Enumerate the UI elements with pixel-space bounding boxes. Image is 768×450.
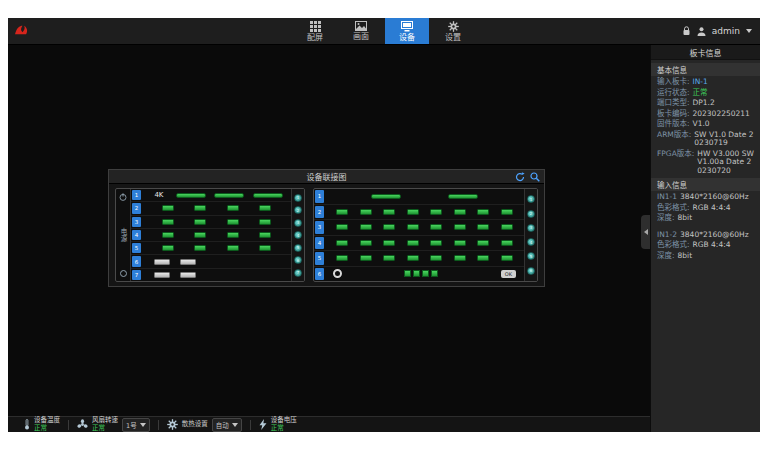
chassis-left: 电源14K2345671234567 <box>115 188 305 282</box>
info-row: IN1-13840*2160@60Hz <box>651 191 760 202</box>
info-label: 固件版本: <box>657 120 690 129</box>
port <box>162 205 174 211</box>
status-item-fan: 风扇转速正常1号 <box>69 417 158 432</box>
cooling-select[interactable]: 自动 <box>212 418 242 432</box>
grid-icon <box>310 21 321 32</box>
slot-badge: 3 <box>315 221 324 234</box>
card-slot-row[interactable]: 2 <box>314 205 524 221</box>
device-diagram-titlebar: 设备联接图 <box>109 170 544 184</box>
card-slot-row[interactable]: 3 <box>131 216 291 229</box>
device-diagram-body: 电源14K2345671234567 123456OK123456 <box>109 184 544 286</box>
tab-screen[interactable]: 配屏 <box>293 18 337 44</box>
status-item-cooling: 散热设置自动 <box>159 418 250 432</box>
port <box>383 240 395 246</box>
tab-settings[interactable]: 设置 <box>431 18 475 44</box>
panel-collapse-handle[interactable] <box>641 215 650 249</box>
info-label: 深度: <box>657 214 675 223</box>
device-diagram-panel: 设备联接图 电源14K2345671234567 123456OK123456 <box>108 169 545 287</box>
status-label: 风扇转速 <box>92 417 118 424</box>
port <box>360 255 372 261</box>
lock-icon[interactable] <box>682 26 691 36</box>
info-value: 8bit <box>678 252 693 261</box>
info-value: 3840*2160@60Hz <box>680 231 749 240</box>
lock-knob: 2 <box>294 206 302 214</box>
card-ports <box>142 255 291 267</box>
status-label: 散热设置 <box>182 421 208 428</box>
info-value: IN-1 <box>693 78 708 87</box>
card-ports <box>325 205 524 220</box>
port <box>477 209 489 215</box>
info-row: ARM版本:SW V1.0 Date 20230719 <box>651 129 760 148</box>
card-slot-row[interactable]: 3 <box>314 220 524 236</box>
card-slot-row[interactable]: 5 <box>314 251 524 267</box>
user-area: admin <box>682 18 752 44</box>
section-header: 输入信息 <box>651 178 760 191</box>
tab-label: 设置 <box>445 34 461 42</box>
port <box>227 245 239 251</box>
info-row: FPGA版本:HW V3.000 SW V1.00a Date 20230720 <box>651 148 760 176</box>
card-slot-row[interactable]: 14K <box>131 189 291 202</box>
port-bar <box>448 194 478 199</box>
card-slot-row[interactable]: 4 <box>131 229 291 242</box>
port <box>454 255 466 261</box>
gear-icon <box>167 419 178 430</box>
info-label: 板卡编码: <box>657 110 690 119</box>
card-slot-row[interactable]: 6 <box>131 255 291 268</box>
port <box>259 219 271 225</box>
port <box>477 240 489 246</box>
net-port <box>413 270 420 277</box>
info-label: 端口类型: <box>657 99 690 108</box>
status-item-voltage: 设备电压正常 <box>251 417 305 432</box>
info-row: 深度:8bit <box>651 212 760 223</box>
port <box>336 209 348 215</box>
zoom-icon[interactable] <box>530 172 540 182</box>
tab-layout[interactable]: 画面 <box>339 18 383 44</box>
card-slot-row[interactable]: 1 <box>314 189 524 205</box>
info-label: 色彩格式: <box>657 241 690 250</box>
port <box>407 224 419 230</box>
caret-down-icon[interactable] <box>746 29 752 33</box>
card-slot-row[interactable]: 4 <box>314 236 524 252</box>
picture-icon <box>355 21 367 31</box>
screw-icon <box>120 270 127 277</box>
port <box>162 245 174 251</box>
card-slot-row[interactable]: 6OK <box>314 267 524 282</box>
fan-icon <box>77 419 88 430</box>
port <box>194 219 206 225</box>
lock-knob: 2 <box>527 210 535 218</box>
info-label: ARM版本: <box>657 131 691 140</box>
lock-knob: 1 <box>294 194 302 202</box>
device-diagram-title: 设备联接图 <box>307 171 347 182</box>
info-row: 运行状态:正常 <box>651 87 760 98</box>
card-ports <box>142 202 291 214</box>
caret-down-icon <box>232 423 238 427</box>
port <box>430 224 442 230</box>
lock-knob: 3 <box>294 219 302 227</box>
card-slot-row[interactable]: 2 <box>131 202 291 215</box>
tab-label: 配屏 <box>307 34 323 42</box>
lock-knobs: 123456 <box>524 189 537 281</box>
lock-knob: 7 <box>294 269 302 277</box>
slot-badge: 1 <box>315 190 324 203</box>
port <box>227 232 239 238</box>
port <box>383 209 395 215</box>
info-label: 深度: <box>657 252 675 261</box>
lock-knob: 6 <box>527 267 535 275</box>
port <box>180 259 196 265</box>
tab-device[interactable]: 设备 <box>385 18 429 44</box>
status-item-temperature: 设备温度正常 <box>16 417 68 432</box>
info-value: 3840*2160@60Hz <box>680 193 749 202</box>
port <box>501 224 513 230</box>
fan-select[interactable]: 1号 <box>122 418 150 432</box>
refresh-icon[interactable] <box>515 172 525 182</box>
section-header: 基本信息 <box>651 63 760 76</box>
user-name[interactable]: admin <box>712 26 740 36</box>
net-port <box>422 270 429 277</box>
card-slot-row[interactable]: 5 <box>131 242 291 255</box>
card-slot-row[interactable]: 7 <box>131 269 291 281</box>
port <box>162 232 174 238</box>
port <box>180 272 196 278</box>
port <box>454 224 466 230</box>
info-row: 深度:8bit <box>651 250 760 261</box>
port <box>501 209 513 215</box>
